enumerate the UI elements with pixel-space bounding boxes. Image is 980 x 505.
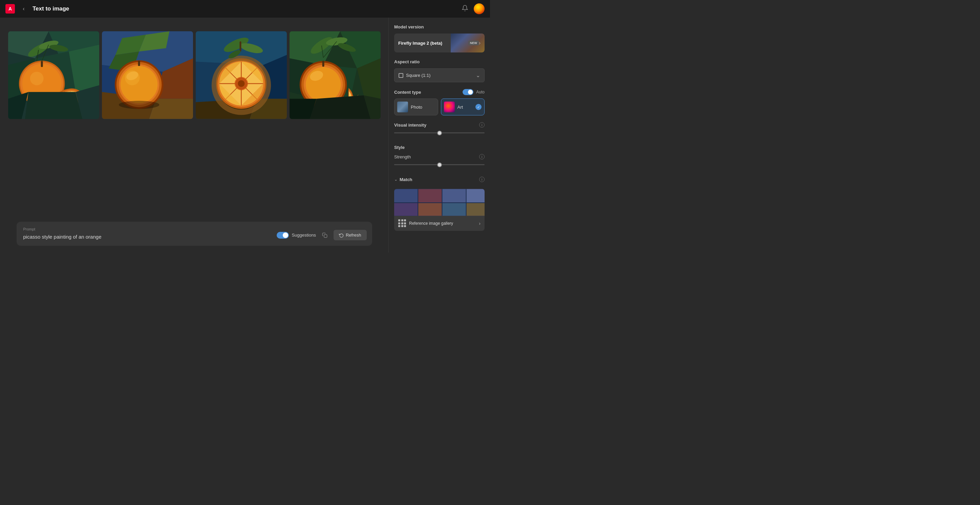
grid-dot bbox=[398, 219, 400, 221]
canvas-area: Prompt picasso style painting of an oran… bbox=[0, 17, 388, 252]
svg-rect-95 bbox=[394, 203, 418, 216]
visual-intensity-slider[interactable] bbox=[394, 128, 485, 138]
svg-point-12 bbox=[30, 72, 43, 85]
prompt-actions: Suggestions Refresh bbox=[277, 230, 366, 240]
aspect-ratio-label: Square (1:1) bbox=[406, 73, 473, 78]
photo-thumbnail bbox=[397, 102, 408, 113]
visual-intensity-info-icon[interactable]: i bbox=[479, 122, 485, 128]
match-info-icon[interactable]: i bbox=[479, 177, 485, 182]
style-title: Style bbox=[394, 145, 485, 150]
strength-header: Strength i bbox=[394, 154, 485, 159]
grid-dot bbox=[404, 219, 406, 221]
style-section: Style Strength i bbox=[394, 145, 485, 170]
svg-rect-94 bbox=[467, 189, 485, 202]
slider-track bbox=[394, 132, 485, 133]
content-type-title: Content type bbox=[394, 90, 421, 95]
model-version-title: Model version bbox=[394, 24, 485, 29]
content-type-section: Content type Auto Photo Art ✓ bbox=[394, 89, 485, 116]
suggestions-switch[interactable] bbox=[277, 232, 289, 239]
reference-gallery-arrow-icon: › bbox=[479, 221, 480, 226]
model-version-section: Model version Firefly Image 2 (beta) NEW… bbox=[394, 24, 485, 52]
svg-rect-98 bbox=[467, 203, 485, 216]
photo-label: Photo bbox=[411, 105, 422, 110]
match-header: ⌄ Match i bbox=[394, 177, 485, 182]
reference-gallery-label: Reference image gallery bbox=[409, 221, 476, 226]
topbar-right-actions bbox=[461, 3, 485, 14]
aspect-ratio-title: Aspect ratio bbox=[394, 59, 485, 64]
auto-label: Auto bbox=[476, 90, 485, 94]
grid-dot bbox=[401, 222, 403, 224]
match-section: ⌄ Match i bbox=[394, 177, 485, 182]
strength-thumb[interactable] bbox=[437, 162, 442, 167]
user-avatar[interactable] bbox=[474, 3, 485, 14]
aspect-ratio-section: Aspect ratio Square (1:1) ⌄ bbox=[394, 59, 485, 82]
strength-track bbox=[394, 164, 485, 165]
gallery-grid-icon bbox=[398, 219, 406, 227]
content-type-options: Photo Art ✓ bbox=[394, 98, 485, 116]
strength-fill bbox=[394, 164, 439, 165]
adobe-logo: A bbox=[5, 4, 15, 14]
slider-thumb[interactable] bbox=[437, 131, 442, 135]
grid-dot bbox=[404, 222, 406, 224]
svg-rect-13 bbox=[41, 61, 43, 67]
grid-dot bbox=[398, 225, 400, 227]
model-version-chevron-icon: › bbox=[479, 40, 480, 46]
svg-rect-89 bbox=[324, 235, 327, 238]
generated-image-2[interactable] bbox=[102, 31, 193, 119]
grid-dot bbox=[401, 225, 403, 227]
reference-gallery-background bbox=[394, 189, 485, 216]
suggestions-toggle: Suggestions bbox=[277, 232, 316, 239]
aspect-square-icon bbox=[399, 73, 403, 78]
visual-intensity-section: Visual intensity i bbox=[394, 122, 485, 138]
match-toggle[interactable]: ⌄ Match bbox=[394, 177, 412, 182]
content-option-art[interactable]: Art ✓ bbox=[441, 98, 485, 116]
prompt-box: Prompt picasso style painting of an oran… bbox=[17, 222, 372, 246]
page-title: Text to image bbox=[32, 5, 69, 12]
svg-marker-22 bbox=[25, 92, 82, 119]
content-option-photo[interactable]: Photo bbox=[394, 98, 438, 116]
svg-point-79 bbox=[305, 67, 340, 102]
selected-check-icon: ✓ bbox=[476, 104, 482, 110]
svg-point-39 bbox=[120, 66, 158, 103]
generated-image-4[interactable] bbox=[290, 31, 380, 119]
copy-prompt-button[interactable] bbox=[320, 230, 329, 240]
back-button[interactable]: ‹ bbox=[19, 4, 29, 14]
suggestions-label: Suggestions bbox=[291, 232, 316, 238]
strength-label: Strength bbox=[394, 154, 411, 159]
main-layout: Prompt picasso style painting of an oran… bbox=[0, 17, 490, 252]
model-version-label: Firefly Image 2 (beta) bbox=[398, 41, 466, 46]
grid-dot bbox=[401, 219, 403, 221]
svg-rect-93 bbox=[442, 189, 466, 202]
strength-info-icon[interactable]: i bbox=[479, 154, 485, 159]
notifications-button[interactable] bbox=[461, 5, 468, 13]
svg-rect-91 bbox=[394, 189, 418, 202]
auto-toggle-switch[interactable] bbox=[463, 89, 473, 95]
match-label: Match bbox=[399, 177, 412, 182]
svg-rect-92 bbox=[418, 189, 442, 202]
svg-rect-81 bbox=[322, 60, 324, 67]
visual-intensity-header: Visual intensity i bbox=[394, 122, 485, 128]
reference-gallery-card[interactable]: Reference image gallery › bbox=[394, 189, 485, 231]
reference-gallery-section: Reference image gallery › bbox=[394, 189, 485, 231]
svg-marker-87 bbox=[310, 95, 370, 119]
image-grid bbox=[8, 31, 380, 119]
aspect-ratio-dropdown[interactable]: Square (1:1) ⌄ bbox=[394, 68, 485, 82]
model-version-selector[interactable]: Firefly Image 2 (beta) NEW › bbox=[394, 33, 485, 52]
refresh-button[interactable]: Refresh bbox=[334, 230, 367, 240]
grid-dot bbox=[398, 222, 400, 224]
auto-toggle: Auto bbox=[463, 89, 485, 95]
new-badge: NEW bbox=[468, 41, 479, 45]
strength-slider[interactable] bbox=[394, 159, 485, 170]
art-thumbnail bbox=[444, 102, 455, 113]
svg-rect-52 bbox=[239, 41, 241, 51]
generated-image-1[interactable] bbox=[8, 31, 99, 119]
visual-intensity-label: Visual intensity bbox=[394, 122, 426, 128]
svg-point-62 bbox=[238, 80, 245, 87]
svg-point-43 bbox=[119, 101, 159, 109]
sidebar: Model version Firefly Image 2 (beta) NEW… bbox=[388, 17, 490, 252]
prompt-area: Prompt picasso style painting of an oran… bbox=[0, 222, 388, 252]
generated-image-3[interactable] bbox=[196, 31, 287, 119]
art-label: Art bbox=[458, 105, 463, 110]
svg-rect-41 bbox=[138, 60, 140, 66]
content-type-header: Content type Auto bbox=[394, 89, 485, 95]
